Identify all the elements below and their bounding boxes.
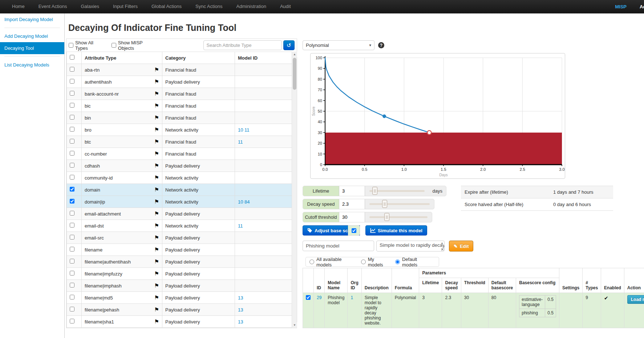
- attribute-row-checkbox[interactable]: [70, 283, 74, 287]
- my-models-label[interactable]: My models: [368, 257, 389, 267]
- attribute-category: Payload delivery: [162, 316, 235, 328]
- nav-item-home[interactable]: Home: [5, 0, 32, 13]
- svg-text:10: 10: [318, 152, 322, 156]
- lifetime-input[interactable]: [339, 186, 365, 196]
- top-navbar: Home Event Actions Galaxies Input Filter…: [0, 0, 644, 13]
- attribute-row: cdhash⚑Payload delivery: [67, 160, 292, 172]
- attribute-row-checkbox[interactable]: [70, 247, 74, 252]
- attribute-row-checkbox[interactable]: [70, 139, 74, 144]
- enabled-check-icon: ✔: [604, 295, 608, 301]
- attribute-row-checkbox[interactable]: [70, 175, 74, 180]
- help-icon[interactable]: ?: [378, 42, 384, 48]
- nav-item-event-actions[interactable]: Event Actions: [32, 0, 74, 13]
- model-id-link[interactable]: 29: [317, 295, 321, 300]
- sidebar-item-import-decaying-model[interactable]: Import Decaying Model: [0, 13, 64, 25]
- model-decay-speed-cell: 2.3: [442, 293, 461, 328]
- default-models-label[interactable]: Default models: [402, 257, 431, 267]
- nav-item-input-filters[interactable]: Input Filters: [106, 0, 145, 13]
- flag-icon: ⚑: [154, 138, 159, 145]
- model-id-links[interactable]: 11: [238, 223, 243, 229]
- attribute-row-checkbox[interactable]: [70, 79, 74, 84]
- adjust-base-score-checkbox[interactable]: [352, 228, 356, 233]
- model-org-link[interactable]: 1: [351, 295, 353, 300]
- my-models-radio[interactable]: [361, 259, 366, 264]
- attribute-row-checkbox[interactable]: [70, 271, 74, 275]
- attribute-row-checkbox[interactable]: [70, 91, 74, 96]
- nav-item-galaxies[interactable]: Galaxies: [74, 0, 106, 13]
- decay-speed-input[interactable]: [339, 199, 365, 209]
- model-id-links[interactable]: 10 84: [238, 199, 250, 205]
- attribute-row-checkbox[interactable]: [70, 199, 74, 204]
- scrollbar-down-arrow-icon[interactable]: ▼: [292, 322, 297, 328]
- curve-drag-point[interactable]: [383, 114, 386, 118]
- attribute-row-checkbox[interactable]: [70, 307, 74, 311]
- lifetime-slider-handle[interactable]: [372, 187, 377, 195]
- decay-speed-slider[interactable]: [369, 203, 430, 205]
- model-row-checkbox[interactable]: [306, 295, 311, 300]
- model-id-links[interactable]: 11: [238, 139, 243, 145]
- attribute-row: bin⚑Financial fraud: [67, 112, 292, 124]
- expiry-info-table: Expire after (lifetime) 1 days and 7 hou…: [461, 186, 613, 211]
- threshold-drag-point[interactable]: [427, 130, 431, 134]
- default-models-radio[interactable]: [395, 259, 400, 264]
- attribute-row-checkbox[interactable]: [70, 319, 74, 323]
- flag-icon: ⚑: [154, 67, 159, 73]
- attribute-row-checkbox[interactable]: [70, 211, 74, 216]
- cutoff-threshold-label: Cutoff threshold: [303, 212, 339, 222]
- nav-user-menu[interactable]: Ad: [635, 0, 644, 13]
- attribute-row-checkbox[interactable]: [70, 103, 74, 108]
- svg-text:1.5: 1.5: [441, 167, 446, 172]
- model-description-textarea[interactable]: Simple model to rapidly decay: [376, 241, 445, 252]
- nav-item-sync-actions[interactable]: Sync Actions: [189, 0, 229, 13]
- sidebar-divider: [4, 56, 60, 57]
- attribute-type-name: domain|ip: [85, 199, 105, 205]
- attribute-row-checkbox[interactable]: [70, 115, 74, 120]
- misp-brand-link[interactable]: MISP: [607, 0, 635, 13]
- sidebar-item-decaying-tool[interactable]: Decaying Tool: [0, 42, 64, 54]
- model-id-links[interactable]: 13: [238, 295, 243, 301]
- search-attribute-type-input[interactable]: [203, 40, 282, 50]
- all-available-models-radio[interactable]: [309, 259, 314, 264]
- model-id-links[interactable]: 13: [238, 307, 243, 313]
- attribute-row-checkbox[interactable]: [70, 223, 74, 228]
- sidebar-item-list-decaying-models[interactable]: List Decaying Models: [0, 59, 64, 71]
- sidebar-item-add-decaying-model[interactable]: Add Decaying Model: [0, 30, 64, 42]
- edit-model-button[interactable]: ✎ Edit: [449, 241, 473, 252]
- textarea-scroll-arrows[interactable]: ▲ ▼: [440, 242, 444, 250]
- nav-item-administration[interactable]: Administration: [230, 0, 273, 13]
- cutoff-threshold-input[interactable]: [339, 212, 365, 222]
- model-id-links[interactable]: 13: [238, 319, 243, 325]
- attribute-row-checkbox[interactable]: [70, 295, 74, 299]
- model-id-links[interactable]: 10 11: [238, 127, 250, 133]
- decay-speed-slider-handle[interactable]: [382, 200, 387, 208]
- load-model-button[interactable]: Load model: [627, 295, 644, 304]
- simulate-model-button[interactable]: Simulate this model: [365, 225, 427, 236]
- cutoff-threshold-slider-handle[interactable]: [384, 213, 389, 221]
- formula-select[interactable]: Polynomial ▾: [303, 40, 374, 50]
- formula-selected-value: Polynomial: [306, 43, 329, 48]
- mt-col-settings: Settings: [559, 268, 582, 293]
- scrollbar-thumb[interactable]: [293, 58, 296, 90]
- show-misp-objects-checkbox[interactable]: [112, 43, 116, 48]
- nav-item-audit[interactable]: Audit: [273, 0, 298, 13]
- attribute-row-checkbox[interactable]: [70, 235, 74, 240]
- select-all-checkbox[interactable]: [70, 55, 74, 60]
- all-available-models-label[interactable]: All available models: [316, 257, 355, 267]
- scrollbar-up-arrow-icon[interactable]: ▲: [292, 52, 297, 57]
- cutoff-threshold-slider[interactable]: [369, 216, 428, 218]
- refresh-search-button[interactable]: ↺: [283, 40, 295, 50]
- expire-after-value: 1 days and 7 hours: [550, 186, 613, 198]
- model-name-input[interactable]: [303, 241, 374, 251]
- lifetime-slider[interactable]: [369, 190, 425, 192]
- attribute-type-name: filename|sha1: [85, 319, 114, 325]
- attribute-type-name: bin: [85, 115, 91, 121]
- nav-item-global-actions[interactable]: Global Actions: [145, 0, 189, 13]
- attribute-row-checkbox[interactable]: [70, 127, 74, 132]
- attribute-row-checkbox[interactable]: [70, 67, 74, 72]
- attribute-row-checkbox[interactable]: [70, 259, 74, 263]
- attribute-row-checkbox[interactable]: [70, 187, 74, 192]
- attribute-row-checkbox[interactable]: [70, 163, 74, 168]
- attribute-row-checkbox[interactable]: [70, 151, 74, 156]
- col-header-attribute-type: Attribute Type: [82, 52, 162, 64]
- show-all-types-checkbox[interactable]: [69, 43, 73, 48]
